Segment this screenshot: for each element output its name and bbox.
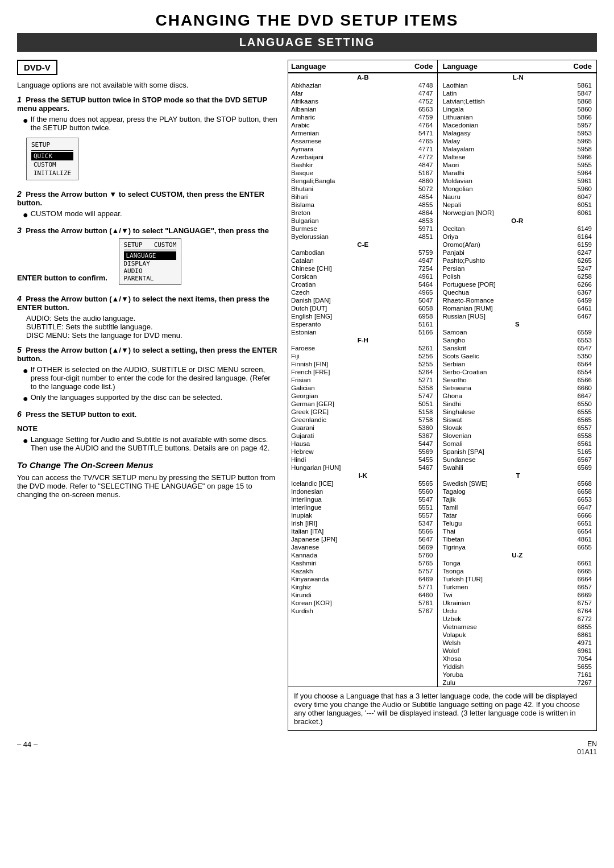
- page-number: – 44 –: [17, 740, 38, 756]
- bullet-dot: ●: [23, 115, 28, 126]
- content-area: DVD-V Language options are not available…: [17, 60, 597, 731]
- col-code-2: Code: [549, 60, 596, 73]
- code-cell-right: 6757: [549, 599, 596, 607]
- code-cell-left: 4855: [390, 201, 438, 209]
- code-cell-left: 5761: [390, 599, 438, 607]
- left-column: DVD-V Language options are not available…: [17, 60, 279, 731]
- code-cell-right: 5247: [549, 264, 596, 272]
- code-cell-left: [390, 631, 438, 639]
- bullet-dot-3a: ●: [23, 365, 28, 376]
- code-cell-left: 4854: [390, 193, 438, 201]
- code-cell-left: 5360: [390, 424, 438, 432]
- lang-cell-left: [288, 663, 390, 671]
- lang-cell-right: Spanish [SPA]: [438, 448, 549, 456]
- language-table: Language Code Language Code A-B L-N Abkh…: [288, 60, 596, 687]
- lang-cell-right: Rhaeto-Romance: [438, 296, 549, 304]
- lang-cell-right: Tonga: [438, 559, 549, 567]
- lang-cell-right: Lingala: [438, 105, 549, 113]
- lang-cell-left: Chinese [CHI]: [288, 264, 390, 272]
- section-label-right: O-R: [438, 217, 596, 225]
- code-cell-left: 5047: [390, 296, 438, 304]
- code-cell-right: 6647: [549, 392, 596, 400]
- lang-cell-left: Hungarian [HUN]: [288, 464, 390, 472]
- code-cell-right: 5655: [549, 663, 596, 671]
- lang-cell-left: Bislama: [288, 201, 390, 209]
- lang-cell-left: Bashkir: [288, 161, 390, 169]
- code-cell-left: 6563: [390, 105, 438, 113]
- lang-cell-right: Occitan: [438, 225, 549, 233]
- lang-cell-left: Hausa: [288, 440, 390, 448]
- code-cell-right: 5868: [549, 97, 596, 105]
- code-cell-right: 6565: [549, 416, 596, 424]
- code-cell-right: 6653: [549, 495, 596, 503]
- lang-cell-right: Tatar: [438, 511, 549, 519]
- lang-cell-left: [288, 671, 390, 679]
- lang-cell-left: Kannada: [288, 551, 390, 559]
- lang-cell-left: Dutch [DUT]: [288, 304, 390, 312]
- code-cell-right: 6861: [549, 631, 596, 639]
- lang-cell-left: Georgian: [288, 392, 390, 400]
- code-cell-left: 5771: [390, 583, 438, 591]
- lang-cell-right: Persian: [438, 264, 549, 272]
- code-cell-left: 4771: [390, 145, 438, 153]
- menu-header-row: SETUP CUSTOM: [124, 241, 177, 249]
- section-label-right: T: [438, 472, 596, 480]
- code-cell-left: 5358: [390, 384, 438, 392]
- change-title: To Change The On-Screen Menus: [17, 460, 279, 470]
- setup-menu-diagram-2: SETUP CUSTOM LANGUAGE DISPLAY AUDIO PARE…: [119, 238, 182, 285]
- lang-cell-left: Azerbaijani: [288, 153, 390, 161]
- code-cell-right: 6159: [549, 241, 596, 249]
- code-cell-right: 5961: [549, 177, 596, 185]
- step-4-num: 4: [17, 294, 24, 303]
- step-6-num: 6: [17, 410, 24, 419]
- code-cell-left: [390, 639, 438, 647]
- code-cell-left: 4961: [390, 272, 438, 280]
- menu-parental: PARENTAL: [124, 275, 177, 282]
- code-cell-left: 5757: [390, 567, 438, 575]
- audio-line: AUDIO: Sets the audio language.: [26, 314, 279, 323]
- code-cell-right: 6664: [549, 575, 596, 583]
- code-cell-right: 6961: [549, 647, 596, 655]
- disc-menu-line: DISC MENU: Sets the language for DVD men…: [26, 331, 279, 340]
- lang-cell-right: Malagasy: [438, 129, 549, 137]
- lang-cell-right: Wolof: [438, 647, 549, 655]
- code-cell-right: 6265: [549, 257, 596, 264]
- lang-cell-right: Swedish [SWE]: [438, 480, 549, 487]
- lang-cell-right: Polish: [438, 272, 549, 280]
- code-cell-left: 5765: [390, 559, 438, 567]
- code-cell-left: [390, 663, 438, 671]
- lang-cell-left: Japanese [JPN]: [288, 535, 390, 543]
- lang-cell-left: Danish [DAN]: [288, 296, 390, 304]
- code-cell-right: 5966: [549, 153, 596, 161]
- lang-cell-left: Greek [GRE]: [288, 408, 390, 416]
- lang-cell-left: Kinyarwanda: [288, 575, 390, 583]
- code-cell-right: 7161: [549, 671, 596, 679]
- note-section: NOTE ● Language Setting for Audio and Su…: [17, 424, 279, 452]
- code-cell-left: 5264: [390, 368, 438, 376]
- lang-cell-left: Czech: [288, 288, 390, 296]
- code-cell-right: 6660: [549, 384, 596, 392]
- lang-cell-left: Amharic: [288, 113, 390, 121]
- page: CHANGING THE DVD SETUP ITEMS LANGUAGE SE…: [0, 0, 614, 868]
- code-cell-right: 6764: [549, 607, 596, 615]
- lang-cell-left: Indonesian: [288, 487, 390, 495]
- lang-cell-right: Singhalese: [438, 408, 549, 416]
- code-cell-left: 5669: [390, 543, 438, 551]
- menu-custom-label: CUSTOM: [154, 241, 177, 249]
- menu-custom-1: CUSTOM: [31, 160, 73, 169]
- subtitle-line: SUBTITLE: Sets the subtitle language.: [26, 323, 279, 331]
- code-cell-left: 5051: [390, 400, 438, 408]
- lang-cell-left: Guarani: [288, 424, 390, 432]
- section-label-left: A-B: [288, 73, 438, 81]
- lang-cell-right: Serbian: [438, 360, 549, 368]
- lang-cell-left: Afrikaans: [288, 97, 390, 105]
- lang-cell-left: Hindi: [288, 456, 390, 464]
- step-2: 2 Press the Arrow button ▼ to select CUS…: [17, 189, 279, 220]
- lang-cell-left: Albanian: [288, 105, 390, 113]
- lang-cell-right: Thai: [438, 527, 549, 535]
- intro-note: Language options are not available with …: [17, 81, 279, 89]
- code-cell-left: 6958: [390, 312, 438, 320]
- section-label-right: U-Z: [438, 551, 596, 559]
- code-cell-left: 6460: [390, 591, 438, 599]
- code-cell-right: 6550: [549, 400, 596, 408]
